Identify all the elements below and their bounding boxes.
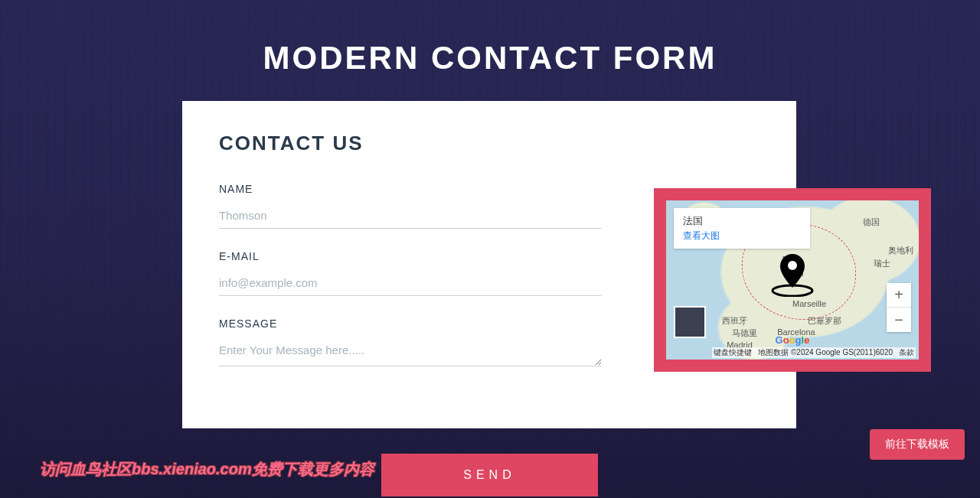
svg-point-1 bbox=[788, 261, 797, 270]
send-button[interactable]: SEND bbox=[381, 454, 598, 496]
map-label-madeli: 马德里 bbox=[732, 327, 757, 339]
map-zoom-out-button[interactable]: − bbox=[887, 308, 911, 332]
message-textarea[interactable] bbox=[219, 337, 602, 366]
map-container: London 德国 Pa 法国 瑞士 奥地利 Marseille 意大 巴塞罗那… bbox=[654, 188, 931, 372]
card-heading: CONTACT US bbox=[219, 132, 760, 155]
map-label-xibanya: 西班牙 bbox=[722, 315, 747, 327]
google-logo: Google bbox=[776, 334, 810, 346]
map-info-window: 法国 查看大图 bbox=[674, 208, 810, 249]
map-view-larger-link[interactable]: 查看大图 bbox=[683, 229, 801, 242]
map-label-ruishi: 瑞士 bbox=[874, 258, 890, 269]
map-label-aodili: 奥地利 bbox=[888, 245, 913, 256]
map-label-basailuona: 巴塞罗那 bbox=[808, 315, 841, 327]
name-input[interactable] bbox=[219, 203, 602, 229]
map-label-marseille: Marseille bbox=[792, 299, 826, 308]
map-info-title: 法国 bbox=[683, 214, 801, 228]
download-template-button[interactable]: 前往下载模板 bbox=[870, 429, 965, 460]
map-pin-icon bbox=[768, 248, 817, 300]
email-input[interactable] bbox=[219, 270, 602, 296]
page-title: MODERN CONTACT FORM bbox=[0, 0, 980, 76]
map-zoom-control: + − bbox=[887, 283, 911, 332]
map-label-deguo: 德国 bbox=[863, 216, 880, 228]
map-streetview-thumb[interactable] bbox=[674, 306, 706, 338]
map-attribution: 键盘快捷键 地图数据 ©2024 Google GS(2011)6020 条款 bbox=[712, 347, 916, 358]
map-shortcuts-link[interactable]: 键盘快捷键 bbox=[714, 347, 752, 358]
map[interactable]: London 德国 Pa 法国 瑞士 奥地利 Marseille 意大 巴塞罗那… bbox=[666, 200, 919, 360]
map-terms-link[interactable]: 条款 bbox=[899, 347, 914, 358]
watermark-text: 访问血鸟社区bbs.xieniao.com免费下载更多内容 bbox=[40, 459, 374, 480]
map-zoom-in-button[interactable]: + bbox=[887, 283, 911, 308]
map-data-text: 地图数据 ©2024 Google GS(2011)6020 bbox=[758, 347, 893, 358]
